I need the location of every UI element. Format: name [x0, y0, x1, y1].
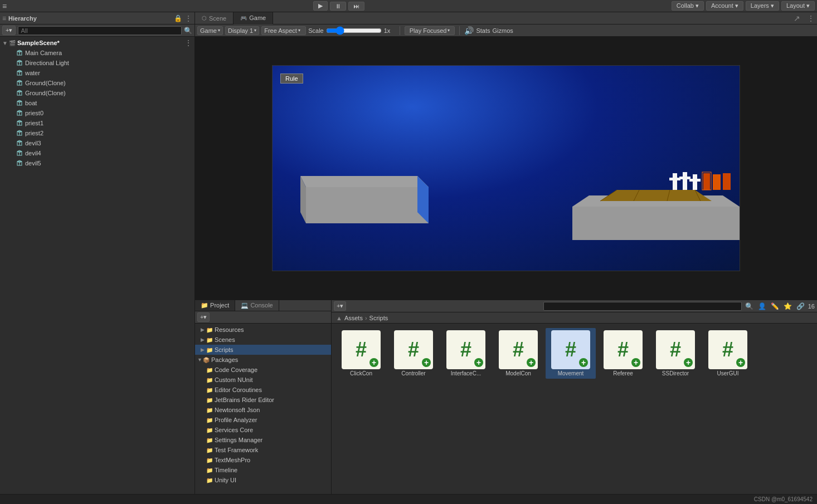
scene-root-item[interactable]: ▼ 🎬 SampleScene* ⋮ [0, 38, 194, 48]
hierarchy-item-water[interactable]: water [0, 68, 194, 78]
hierarchy-item-ground-clone-1[interactable]: Ground(Clone) [0, 78, 194, 88]
account-button[interactable]: Account ▾ [706, 1, 743, 11]
asset-referee[interactable]: # + Referee [598, 328, 648, 379]
tab-scene[interactable]: ⬡ Scene [195, 12, 234, 25]
hierarchy-item-devil4[interactable]: devil4 [0, 148, 194, 158]
hierarchy-item-devil5[interactable]: devil5 [0, 158, 194, 168]
tree-item-custom-nunit[interactable]: 📁 Custom NUnit [195, 375, 331, 385]
tree-item-scenes[interactable]: ▶ 📁 Scenes [195, 335, 331, 345]
cube-icon-ground-1 [16, 79, 23, 87]
code-coverage-icon: 📁 [206, 367, 213, 373]
asset-interfacec-label: InterfaceC... [451, 370, 481, 376]
assets-icon-1[interactable]: 👤 [757, 302, 767, 310]
breadcrumb-assets[interactable]: Assets [344, 315, 363, 321]
tree-item-resources[interactable]: ▶ 📁 Resources [195, 325, 331, 335]
game-dropdown[interactable]: Game ▾ [197, 26, 223, 35]
project-add-button[interactable]: +▾ [197, 312, 210, 322]
tab-console[interactable]: 💻 Console [235, 300, 279, 311]
assets-grid: # + ClickCon # + Controller [332, 324, 817, 494]
tabs-menu-icon[interactable]: ⋮ [805, 14, 817, 23]
hierarchy-item-devil3[interactable]: devil3 [0, 138, 194, 148]
tree-item-newtonsoft[interactable]: 📁 Newtonsoft Json [195, 405, 331, 415]
svg-rect-80 [713, 174, 721, 190]
asset-controller[interactable]: # + Controller [388, 328, 439, 379]
step-button[interactable]: ⏭ [348, 2, 364, 11]
rule-button[interactable]: Rule [280, 74, 303, 84]
scene-label: SampleScene* [17, 40, 184, 46]
asset-modelcon-icon: # + [499, 330, 538, 369]
tree-item-unity-ui[interactable]: 📁 Unity UI [195, 475, 331, 485]
tree-item-editor-coroutines[interactable]: 📁 Editor Coroutines [195, 385, 331, 395]
collab-button[interactable]: Collab ▾ [672, 1, 704, 11]
audio-icon[interactable]: 🔊 [464, 26, 474, 35]
hash-icon-ssdirector: # [670, 338, 681, 361]
tree-item-test-framework[interactable]: 📁 Test Framework [195, 445, 331, 455]
assets-icon-4[interactable]: 🔗 [795, 302, 806, 310]
play-focused-button[interactable]: Play Focused ▾ [405, 26, 455, 35]
hierarchy-lock-icon[interactable]: 🔒 [174, 14, 182, 22]
assets-search-icon[interactable]: 🔍 [744, 302, 755, 310]
tree-item-textmeshpro[interactable]: 📁 TextMeshPro [195, 455, 331, 465]
scale-slider[interactable] [326, 27, 382, 34]
pause-button[interactable]: ⏸ [330, 2, 346, 11]
asset-ssdirector[interactable]: # + SSDirector [650, 328, 701, 379]
label-directional-light: Directional Light [25, 60, 69, 66]
tree-item-settings-manager[interactable]: 📁 Settings Manager [195, 435, 331, 445]
scene-icon: 🎬 [9, 40, 16, 46]
display-dropdown-arrow: ▾ [254, 28, 256, 33]
asset-usergui-label: UserGUI [717, 370, 739, 376]
separator-1 [400, 26, 400, 35]
hierarchy-item-priest1[interactable]: priest1 [0, 118, 194, 128]
tab-project[interactable]: 📁 Project [195, 300, 235, 311]
asset-modelcon[interactable]: # + ModelCon [493, 328, 543, 379]
hierarchy-item-priest2[interactable]: priest2 [0, 128, 194, 138]
gizmos-btn[interactable]: Gizmos [492, 27, 513, 34]
scene-menu-dots[interactable]: ⋮ [184, 38, 192, 47]
aspect-dropdown[interactable]: Free Aspect ▾ [261, 26, 306, 35]
asset-movement[interactable]: # + Movement [546, 328, 596, 379]
breadcrumb-scripts[interactable]: Scripts [369, 315, 388, 321]
toolbar-icon: ≡ [2, 2, 7, 11]
asset-usergui[interactable]: # + UserGUI [703, 328, 753, 379]
tree-item-packages[interactable]: ▼ 📦 Packages [195, 355, 331, 365]
hierarchy-item-directional-light[interactable]: Directional Light [0, 58, 194, 68]
tree-item-services-core[interactable]: 📁 Services Core [195, 425, 331, 435]
scene-arrow: ▼ [2, 40, 9, 46]
hierarchy-item-ground-clone-2[interactable]: Ground(Clone) [0, 88, 194, 98]
svg-marker-6 [17, 60, 22, 61]
game-dropdown-label: Game [200, 27, 217, 34]
stats-btn[interactable]: Stats [476, 27, 490, 34]
tree-item-timeline[interactable]: 📁 Timeline [195, 465, 331, 475]
tab-game[interactable]: 🎮 Game [234, 12, 273, 25]
layout-button[interactable]: Layout ▾ [781, 1, 815, 11]
svg-marker-63 [306, 187, 429, 223]
tree-item-code-coverage[interactable]: 📁 Code Coverage [195, 365, 331, 375]
cube-icon-priest2 [16, 129, 23, 137]
breadcrumb-up-arrow[interactable]: ▲ [336, 315, 342, 321]
hierarchy-item-priest0[interactable]: priest0 [0, 108, 194, 118]
test-framework-label: Test Framework [215, 447, 258, 453]
play-button[interactable]: ▶ [313, 1, 328, 11]
hierarchy-search-icon[interactable]: 🔍 [184, 27, 192, 35]
label-priest2: priest2 [25, 130, 43, 136]
tree-item-scripts[interactable]: ▶ 📁 Scripts [195, 345, 331, 355]
assets-icon-2[interactable]: ✏️ [770, 302, 780, 310]
asset-plus-interfacec: + [474, 358, 483, 367]
asset-interfacec[interactable]: # + InterfaceC... [441, 328, 491, 379]
tree-item-profile-analyzer[interactable]: 📁 Profile Analyzer [195, 415, 331, 425]
hierarchy-menu-icon[interactable]: ⋮ [184, 14, 192, 23]
hierarchy-item-boat[interactable]: boat [0, 98, 194, 108]
tree-item-jetbrains[interactable]: 📁 JetBrains Rider Editor [195, 395, 331, 405]
test-framework-icon: 📁 [206, 447, 213, 453]
hierarchy-item-main-camera[interactable]: Main Camera [0, 48, 194, 58]
assets-toolbar: +▾ 🔍 👤 ✏️ ⭐ 🔗 16 [332, 300, 817, 312]
display-dropdown[interactable]: Display 1 ▾ [225, 26, 259, 35]
assets-icon-3[interactable]: ⭐ [782, 302, 793, 310]
hierarchy-search-input[interactable] [18, 26, 182, 35]
asset-clickcon[interactable]: # + ClickCon [336, 328, 386, 379]
layers-button[interactable]: Layers ▾ [746, 1, 779, 11]
tabs-expand-icon[interactable]: ↗ [789, 14, 805, 23]
hierarchy-add-button[interactable]: +▾ [2, 26, 16, 35]
assets-add-button[interactable]: +▾ [334, 301, 346, 311]
assets-search-input[interactable] [543, 302, 742, 311]
